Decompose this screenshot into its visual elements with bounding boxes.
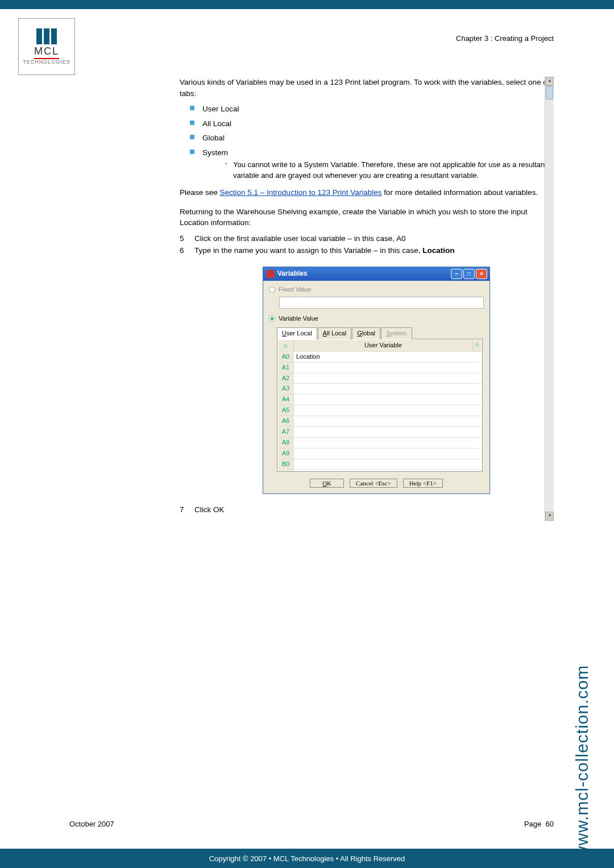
table-row[interactable]: A1 [278,362,482,373]
row-value[interactable] [294,394,482,405]
table-row[interactable]: B1 [278,470,482,471]
row-id: A1 [278,363,294,373]
maximize-button[interactable]: □ [463,269,475,279]
see-also: Please see Section 5.1 – Introduction to… [180,187,555,198]
section-link[interactable]: Section 5.1 – Introduction to 123 Print … [220,188,382,197]
returning-text: Returning to the Warehouse Shelving exam… [180,206,555,229]
ok-button[interactable]: OK [310,479,344,488]
row-id: A3 [278,384,294,394]
row-id: A4 [278,394,294,405]
radio-icon [269,286,275,293]
intro-text: Various kinds of Variables may be used i… [180,77,555,99]
step-7: 7Click OK [180,504,555,516]
vertical-scrollbar[interactable]: ▴ ▾ [545,77,554,521]
bullet-user-local: User Local [190,103,555,115]
row-id: A9 [278,448,294,459]
scroll-up-button[interactable]: ▴ [545,77,554,86]
top-bar [0,0,614,9]
tab-global[interactable]: Global [352,327,380,339]
steps-list-a: 5Click on the first available user local… [180,233,555,256]
tabs-bulleted-list: User Local All Local Global System You c… [190,103,555,181]
column-header-user-variable: User Variable [294,340,472,351]
tab-user-local[interactable]: User Local [277,327,317,339]
row-value[interactable] [294,448,482,459]
row-value[interactable] [294,416,482,426]
variable-grid: ⌕ User Variable ⌕ A0LocationA1A2A3A4A5A6… [277,339,483,472]
row-value[interactable] [294,459,482,470]
minimize-button[interactable]: – [451,269,462,279]
system-note: You cannot write to a System Variable. T… [225,160,555,181]
radio-fixed-value[interactable]: Fixed Value [269,285,484,294]
table-row[interactable]: A4 [278,394,482,405]
page-footer: October 2007 Page 60 [69,820,554,828]
row-value[interactable] [294,470,482,471]
fixed-value-input [279,297,484,309]
bullet-system: System You cannot write to a System Vari… [190,147,555,181]
row-id: B1 [278,470,294,471]
table-row[interactable]: A2 [278,373,482,384]
radio-icon-selected [269,315,275,322]
footer-page: Page 60 [524,820,554,828]
row-id: A5 [278,405,294,416]
row-id: A8 [278,438,294,448]
variables-dialog: Variables – □ × Fixed Value Variable Val… [263,267,490,494]
table-row[interactable]: A5 [278,405,482,416]
steps-list-b: 7Click OK [180,504,555,516]
row-value[interactable] [294,405,482,416]
mcl-logo: MCL TECHNOLOGIES [18,18,75,75]
cancel-button[interactable]: Cancel <Esc> [350,479,397,488]
search-icon[interactable]: ⌕ [472,340,482,351]
close-button[interactable]: × [476,269,487,279]
row-value[interactable] [294,373,482,384]
row-value[interactable] [294,363,482,373]
help-button[interactable]: Help <F1> [403,479,443,488]
row-value[interactable] [294,438,482,448]
dialog-title: Variables [277,269,308,279]
table-row[interactable]: A9 [278,448,482,459]
copyright-bar: Copyright © 2007 • MCL Technologies • Al… [0,849,614,868]
table-row[interactable]: A3 [278,383,482,394]
table-row[interactable]: B0 [278,459,482,470]
row-id: A6 [278,416,294,426]
bullet-all-local: All Local [190,118,555,130]
row-value[interactable]: Location [294,352,482,362]
table-row[interactable]: A7 [278,426,482,437]
table-row[interactable]: A6 [278,416,482,426]
row-value[interactable] [294,384,482,394]
tab-all-local[interactable]: All Local [318,327,352,339]
bullet-global: Global [190,132,555,144]
row-value[interactable] [294,427,482,437]
table-row[interactable]: A8 [278,437,482,448]
row-id: B0 [278,459,294,470]
footer-date: October 2007 [69,820,114,828]
search-icon[interactable]: ⌕ [278,340,294,351]
step-6: 6Type in the name you want to assign to … [180,245,555,256]
scroll-down-button[interactable]: ▾ [545,512,554,521]
tab-system: System [381,327,412,339]
step-5: 5Click on the first available user local… [180,233,555,244]
chapter-heading: Chapter 3 : Creating a Project [456,34,554,43]
table-row[interactable]: A0Location [278,351,482,362]
dialog-titlebar[interactable]: Variables – □ × [263,267,489,281]
radio-variable-value[interactable]: Variable Value [269,314,484,323]
row-id: A0 [278,352,294,362]
side-url: www.mcl-collection.com [571,459,594,777]
dialog-title-icon [267,270,275,278]
row-id: A7 [278,427,294,437]
variable-tabs: User Local All Local Global System [277,327,484,339]
scroll-thumb[interactable] [546,86,553,99]
row-id: A2 [278,373,294,384]
